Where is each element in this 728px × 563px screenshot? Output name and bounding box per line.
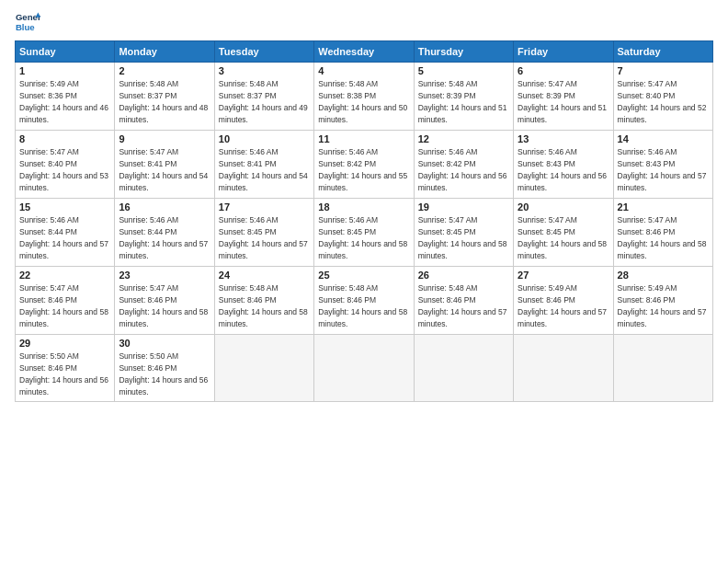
svg-text:Blue: Blue	[16, 22, 35, 32]
calendar-cell: 28 Sunrise: 5:49 AMSunset: 8:46 PMDaylig…	[613, 267, 712, 335]
calendar-cell: 14 Sunrise: 5:46 AMSunset: 8:43 PMDaylig…	[613, 131, 712, 199]
day-number: 1	[19, 65, 110, 76]
day-detail: Sunrise: 5:46 AMSunset: 8:45 PMDaylight:…	[219, 215, 308, 260]
day-number: 21	[618, 201, 709, 213]
calendar-cell: 4 Sunrise: 5:48 AMSunset: 8:38 PMDayligh…	[314, 63, 414, 131]
week-row-2: 8 Sunrise: 5:47 AMSunset: 8:40 PMDayligh…	[16, 131, 713, 199]
calendar-cell: 23 Sunrise: 5:47 AMSunset: 8:46 PMDaylig…	[115, 267, 214, 335]
weekday-header-monday: Monday	[115, 41, 214, 63]
day-number: 13	[518, 133, 609, 144]
day-detail: Sunrise: 5:46 AMSunset: 8:42 PMDaylight:…	[318, 147, 407, 192]
day-detail: Sunrise: 5:50 AMSunset: 8:46 PMDaylight:…	[19, 351, 108, 396]
calendar-cell	[414, 335, 513, 402]
day-number: 28	[618, 270, 709, 281]
day-number: 8	[19, 133, 110, 144]
day-detail: Sunrise: 5:48 AMSunset: 8:46 PMDaylight:…	[318, 283, 407, 328]
calendar-cell: 10 Sunrise: 5:46 AMSunset: 8:41 PMDaylig…	[214, 131, 313, 199]
weekday-header-thursday: Thursday	[414, 41, 513, 63]
calendar-cell	[314, 335, 414, 402]
day-detail: Sunrise: 5:46 AMSunset: 8:41 PMDaylight:…	[219, 147, 308, 192]
logo-icon: General Blue	[15, 9, 40, 35]
day-detail: Sunrise: 5:46 AMSunset: 8:45 PMDaylight:…	[318, 215, 407, 260]
calendar-cell: 5 Sunrise: 5:48 AMSunset: 8:39 PMDayligh…	[414, 63, 513, 131]
calendar-cell: 2 Sunrise: 5:48 AMSunset: 8:37 PMDayligh…	[115, 63, 214, 131]
day-detail: Sunrise: 5:49 AMSunset: 8:46 PMDaylight:…	[518, 283, 607, 328]
weekday-header-wednesday: Wednesday	[314, 41, 414, 63]
calendar-cell	[214, 335, 313, 402]
weekday-header-row: SundayMondayTuesdayWednesdayThursdayFrid…	[16, 41, 713, 63]
day-detail: Sunrise: 5:48 AMSunset: 8:37 PMDaylight:…	[219, 79, 308, 124]
calendar-cell: 27 Sunrise: 5:49 AMSunset: 8:46 PMDaylig…	[514, 267, 613, 335]
calendar-cell: 21 Sunrise: 5:47 AMSunset: 8:46 PMDaylig…	[613, 199, 712, 267]
day-detail: Sunrise: 5:48 AMSunset: 8:46 PMDaylight:…	[418, 283, 507, 328]
calendar-cell: 13 Sunrise: 5:46 AMSunset: 8:43 PMDaylig…	[514, 131, 613, 199]
day-number: 26	[418, 270, 509, 281]
calendar-cell	[613, 335, 712, 402]
day-detail: Sunrise: 5:47 AMSunset: 8:40 PMDaylight:…	[618, 79, 707, 124]
calendar-cell: 20 Sunrise: 5:47 AMSunset: 8:45 PMDaylig…	[514, 199, 613, 267]
calendar-cell: 18 Sunrise: 5:46 AMSunset: 8:45 PMDaylig…	[314, 199, 414, 267]
calendar-cell: 9 Sunrise: 5:47 AMSunset: 8:41 PMDayligh…	[115, 131, 214, 199]
calendar-cell: 25 Sunrise: 5:48 AMSunset: 8:46 PMDaylig…	[314, 267, 414, 335]
day-detail: Sunrise: 5:47 AMSunset: 8:40 PMDaylight:…	[19, 147, 108, 192]
day-number: 7	[618, 65, 709, 76]
week-row-4: 22 Sunrise: 5:47 AMSunset: 8:46 PMDaylig…	[16, 267, 713, 335]
calendar-cell: 8 Sunrise: 5:47 AMSunset: 8:40 PMDayligh…	[16, 131, 115, 199]
day-number: 10	[219, 133, 310, 144]
day-detail: Sunrise: 5:50 AMSunset: 8:46 PMDaylight:…	[119, 351, 208, 396]
day-number: 9	[119, 133, 210, 144]
day-detail: Sunrise: 5:46 AMSunset: 8:43 PMDaylight:…	[618, 147, 707, 192]
weekday-header-sunday: Sunday	[16, 41, 115, 63]
day-detail: Sunrise: 5:49 AMSunset: 8:36 PMDaylight:…	[19, 79, 108, 124]
calendar-cell: 15 Sunrise: 5:46 AMSunset: 8:44 PMDaylig…	[16, 199, 115, 267]
day-detail: Sunrise: 5:49 AMSunset: 8:46 PMDaylight:…	[618, 283, 707, 328]
weekday-header-tuesday: Tuesday	[214, 41, 313, 63]
calendar-cell	[514, 335, 613, 402]
calendar-cell: 6 Sunrise: 5:47 AMSunset: 8:39 PMDayligh…	[514, 63, 613, 131]
calendar-cell: 7 Sunrise: 5:47 AMSunset: 8:40 PMDayligh…	[613, 63, 712, 131]
day-number: 15	[19, 201, 110, 213]
day-detail: Sunrise: 5:48 AMSunset: 8:38 PMDaylight:…	[318, 79, 407, 124]
calendar-cell: 26 Sunrise: 5:48 AMSunset: 8:46 PMDaylig…	[414, 267, 513, 335]
day-number: 22	[19, 270, 110, 281]
day-number: 6	[518, 65, 609, 76]
weekday-header-friday: Friday	[514, 41, 613, 63]
calendar-body: 1 Sunrise: 5:49 AMSunset: 8:36 PMDayligh…	[16, 63, 713, 402]
day-detail: Sunrise: 5:47 AMSunset: 8:46 PMDaylight:…	[119, 283, 208, 328]
day-number: 12	[418, 133, 509, 144]
calendar-cell: 19 Sunrise: 5:47 AMSunset: 8:45 PMDaylig…	[414, 199, 513, 267]
calendar-cell: 1 Sunrise: 5:49 AMSunset: 8:36 PMDayligh…	[16, 63, 115, 131]
day-number: 24	[219, 270, 310, 281]
day-number: 2	[119, 65, 210, 76]
day-number: 17	[219, 201, 310, 213]
day-number: 18	[318, 201, 409, 213]
day-detail: Sunrise: 5:48 AMSunset: 8:46 PMDaylight:…	[219, 283, 308, 328]
header: General Blue	[15, 9, 713, 35]
day-detail: Sunrise: 5:48 AMSunset: 8:37 PMDaylight:…	[119, 79, 208, 124]
calendar-cell: 22 Sunrise: 5:47 AMSunset: 8:46 PMDaylig…	[16, 267, 115, 335]
day-number: 11	[318, 133, 409, 144]
day-detail: Sunrise: 5:47 AMSunset: 8:45 PMDaylight:…	[518, 215, 607, 260]
day-detail: Sunrise: 5:46 AMSunset: 8:43 PMDaylight:…	[518, 147, 607, 192]
day-number: 25	[318, 270, 409, 281]
week-row-1: 1 Sunrise: 5:49 AMSunset: 8:36 PMDayligh…	[16, 63, 713, 131]
logo: General Blue	[15, 9, 40, 35]
day-number: 5	[418, 65, 509, 76]
day-detail: Sunrise: 5:47 AMSunset: 8:41 PMDaylight:…	[119, 147, 208, 192]
day-detail: Sunrise: 5:47 AMSunset: 8:39 PMDaylight:…	[518, 79, 607, 124]
day-number: 19	[418, 201, 509, 213]
day-number: 20	[518, 201, 609, 213]
calendar-cell: 11 Sunrise: 5:46 AMSunset: 8:42 PMDaylig…	[314, 131, 414, 199]
day-number: 27	[518, 270, 609, 281]
day-detail: Sunrise: 5:46 AMSunset: 8:42 PMDaylight:…	[418, 147, 507, 192]
day-detail: Sunrise: 5:47 AMSunset: 8:45 PMDaylight:…	[418, 215, 507, 260]
day-detail: Sunrise: 5:47 AMSunset: 8:46 PMDaylight:…	[618, 215, 707, 260]
page: General Blue SundayMondayTuesdayWednesda…	[0, 0, 728, 563]
week-row-5: 29 Sunrise: 5:50 AMSunset: 8:46 PMDaylig…	[16, 335, 713, 402]
calendar-cell: 12 Sunrise: 5:46 AMSunset: 8:42 PMDaylig…	[414, 131, 513, 199]
calendar-cell: 30 Sunrise: 5:50 AMSunset: 8:46 PMDaylig…	[115, 335, 214, 402]
day-detail: Sunrise: 5:47 AMSunset: 8:46 PMDaylight:…	[19, 283, 108, 328]
calendar-cell: 29 Sunrise: 5:50 AMSunset: 8:46 PMDaylig…	[16, 335, 115, 402]
day-detail: Sunrise: 5:46 AMSunset: 8:44 PMDaylight:…	[119, 215, 208, 260]
day-number: 16	[119, 201, 210, 213]
